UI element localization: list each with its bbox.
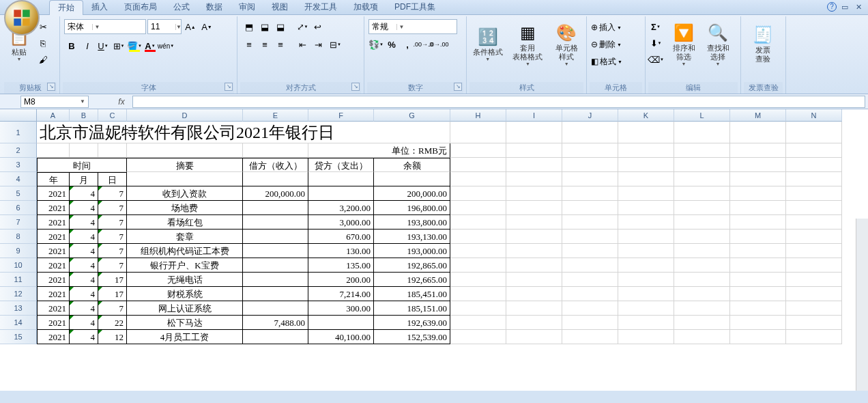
cell[interactable] xyxy=(243,172,308,186)
cell[interactable] xyxy=(562,258,618,273)
help-icon[interactable]: ? xyxy=(827,2,837,12)
cell[interactable]: 7 xyxy=(98,215,127,230)
cell[interactable] xyxy=(674,258,730,273)
cell[interactable] xyxy=(506,273,562,287)
fill-color-button[interactable]: 🪣▼ xyxy=(127,38,142,53)
cell[interactable]: 4 xyxy=(70,330,98,344)
cell[interactable]: 4 xyxy=(70,230,98,244)
cell[interactable] xyxy=(450,273,506,287)
cell[interactable] xyxy=(786,201,842,215)
cell[interactable]: 2021 xyxy=(37,287,70,301)
cell[interactable] xyxy=(243,201,308,215)
align-middle-button[interactable]: ⬓ xyxy=(257,19,272,34)
autosum-button[interactable]: Σ▼ xyxy=(648,19,663,34)
cell[interactable] xyxy=(618,158,674,172)
name-box[interactable]: M8▼ xyxy=(20,96,89,108)
column-header[interactable]: H xyxy=(450,109,506,122)
grow-font-button[interactable]: A▲ xyxy=(183,19,198,34)
cell[interactable]: 摘要 xyxy=(127,158,243,172)
cell[interactable] xyxy=(786,122,842,143)
cell[interactable] xyxy=(730,215,786,230)
dialog-launcher-icon[interactable]: ↘ xyxy=(454,83,462,91)
cell[interactable] xyxy=(618,201,674,215)
cell[interactable]: 4 xyxy=(70,301,98,316)
cell[interactable]: 7 xyxy=(98,258,127,273)
cell[interactable] xyxy=(730,122,786,143)
cell[interactable] xyxy=(450,158,506,172)
wrap-text-button[interactable]: ↩ xyxy=(310,19,325,34)
align-center-button[interactable]: ≡ xyxy=(257,37,272,52)
copy-button[interactable]: ⎘ xyxy=(35,36,50,51)
cell[interactable] xyxy=(450,122,506,143)
cell[interactable] xyxy=(786,330,842,344)
accounting-format-button[interactable]: 💱▼ xyxy=(368,37,384,52)
cell[interactable] xyxy=(730,172,786,186)
cell[interactable]: 场地费 xyxy=(127,201,243,215)
cell[interactable]: 4月员工工资 xyxy=(127,330,243,344)
cell[interactable] xyxy=(243,143,308,158)
cell[interactable]: 4 xyxy=(70,273,98,287)
cell[interactable]: 2021 xyxy=(37,258,70,273)
cell[interactable]: 借方（收入） xyxy=(243,158,308,172)
cell[interactable]: 网上认证系统 xyxy=(127,301,243,316)
cell[interactable] xyxy=(127,143,243,158)
cell[interactable] xyxy=(98,143,127,158)
cell[interactable] xyxy=(450,143,506,158)
cell[interactable]: 300.00 xyxy=(308,301,374,316)
cell[interactable] xyxy=(618,230,674,244)
column-header[interactable]: A xyxy=(37,109,70,122)
cell[interactable] xyxy=(786,287,842,301)
align-left-button[interactable]: ≡ xyxy=(242,37,257,52)
cell[interactable]: 192,639.00 xyxy=(374,316,450,330)
cell[interactable] xyxy=(730,301,786,316)
cell[interactable] xyxy=(674,143,730,158)
cell[interactable]: 7 xyxy=(98,301,127,316)
cell[interactable]: 2021 xyxy=(37,273,70,287)
cell[interactable] xyxy=(730,244,786,258)
cell[interactable]: 2021 xyxy=(37,230,70,244)
cell[interactable]: 无绳电话 xyxy=(127,273,243,287)
format-cells-button[interactable]: ◧格式▼ xyxy=(591,53,622,70)
cell[interactable]: 7 xyxy=(98,201,127,215)
tab-6[interactable]: 视图 xyxy=(263,0,296,15)
cell[interactable] xyxy=(786,273,842,287)
office-button[interactable] xyxy=(4,0,40,36)
cell[interactable] xyxy=(506,244,562,258)
italic-button[interactable]: I xyxy=(80,38,95,53)
cell[interactable] xyxy=(618,287,674,301)
cell[interactable]: 193,000.00 xyxy=(374,244,450,258)
cell[interactable]: 松下马达 xyxy=(127,316,243,330)
cell[interactable] xyxy=(674,301,730,316)
cell[interactable] xyxy=(243,230,308,244)
cell[interactable] xyxy=(618,330,674,344)
cell[interactable]: 40,100.00 xyxy=(308,330,374,344)
row-header[interactable]: 15 xyxy=(0,330,37,344)
cell[interactable] xyxy=(786,230,842,244)
cell[interactable] xyxy=(450,258,506,273)
cell[interactable]: 196,800.00 xyxy=(374,201,450,215)
cell[interactable] xyxy=(243,301,308,316)
cell[interactable]: 7,214.00 xyxy=(308,287,374,301)
cell[interactable] xyxy=(450,330,506,344)
cell[interactable]: 银行开户、K宝费 xyxy=(127,258,243,273)
bold-button[interactable]: B xyxy=(64,38,79,53)
select-all-corner[interactable] xyxy=(0,109,37,122)
cell[interactable] xyxy=(506,215,562,230)
cell[interactable] xyxy=(506,258,562,273)
cell[interactable]: 4 xyxy=(70,316,98,330)
format-painter-button[interactable]: 🖌 xyxy=(35,52,50,67)
cell[interactable] xyxy=(506,230,562,244)
cell[interactable] xyxy=(786,215,842,230)
tab-4[interactable]: 数据 xyxy=(198,0,231,15)
cell[interactable] xyxy=(243,258,308,273)
cell[interactable] xyxy=(506,172,562,186)
row-header[interactable]: 1 xyxy=(0,122,37,143)
cell[interactable] xyxy=(786,316,842,330)
row-header[interactable]: 5 xyxy=(0,186,37,201)
cell[interactable]: 152,539.00 xyxy=(374,330,450,344)
cell[interactable] xyxy=(450,244,506,258)
cell[interactable]: 2021 xyxy=(37,330,70,344)
cell[interactable] xyxy=(674,330,730,344)
row-header[interactable]: 14 xyxy=(0,316,37,330)
row-header[interactable]: 10 xyxy=(0,258,37,273)
